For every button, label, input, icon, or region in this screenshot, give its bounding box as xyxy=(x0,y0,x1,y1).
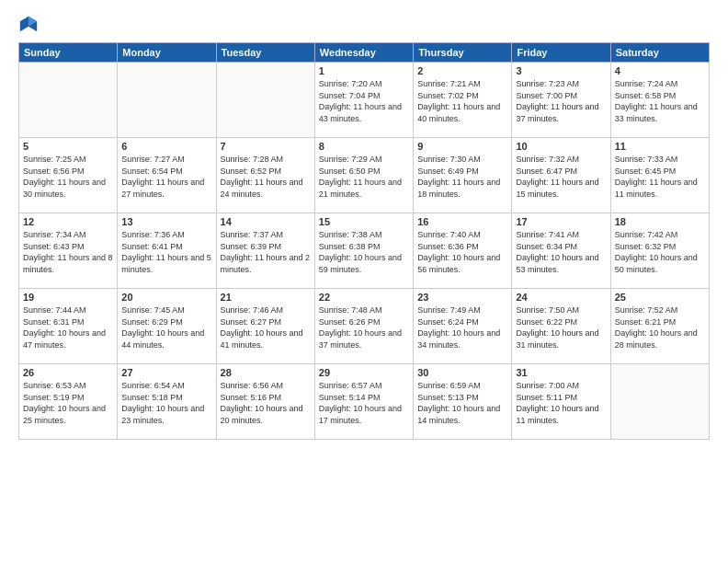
weekday-header-thursday: Thursday xyxy=(414,43,512,63)
day-info: Sunrise: 7:36 AM Sunset: 6:41 PM Dayligh… xyxy=(121,229,211,275)
day-number: 5 xyxy=(23,141,113,152)
weekday-header-friday: Friday xyxy=(512,43,610,63)
weekday-header-monday: Monday xyxy=(118,43,216,63)
day-info: Sunrise: 7:30 AM Sunset: 6:49 PM Dayligh… xyxy=(417,154,507,200)
day-number: 30 xyxy=(417,367,507,378)
day-number: 13 xyxy=(121,216,211,227)
day-number: 24 xyxy=(516,292,606,303)
day-info: Sunrise: 7:23 AM Sunset: 7:00 PM Dayligh… xyxy=(516,78,606,124)
day-info: Sunrise: 7:42 AM Sunset: 6:32 PM Dayligh… xyxy=(615,229,705,275)
day-info: Sunrise: 7:37 AM Sunset: 6:39 PM Dayligh… xyxy=(221,229,311,275)
calendar-cell: 30Sunrise: 6:59 AM Sunset: 5:13 PM Dayli… xyxy=(414,364,512,440)
day-number: 28 xyxy=(221,367,311,378)
day-info: Sunrise: 7:24 AM Sunset: 6:58 PM Dayligh… xyxy=(615,78,705,124)
calendar-cell: 19Sunrise: 7:44 AM Sunset: 6:31 PM Dayli… xyxy=(19,289,118,364)
day-number: 15 xyxy=(319,216,409,227)
calendar-cell: 9Sunrise: 7:30 AM Sunset: 6:49 PM Daylig… xyxy=(414,138,512,213)
day-info: Sunrise: 6:53 AM Sunset: 5:19 PM Dayligh… xyxy=(23,380,113,426)
day-info: Sunrise: 7:00 AM Sunset: 5:11 PM Dayligh… xyxy=(516,380,606,426)
day-number: 7 xyxy=(221,141,311,152)
day-number: 27 xyxy=(121,367,211,378)
day-number: 6 xyxy=(121,141,211,152)
weekday-header-tuesday: Tuesday xyxy=(216,43,314,63)
day-number: 25 xyxy=(615,292,705,303)
day-info: Sunrise: 7:46 AM Sunset: 6:27 PM Dayligh… xyxy=(221,304,311,350)
calendar-table: SundayMondayTuesdayWednesdayThursdayFrid… xyxy=(18,42,710,440)
day-number: 21 xyxy=(221,292,311,303)
day-info: Sunrise: 7:33 AM Sunset: 6:45 PM Dayligh… xyxy=(615,154,705,200)
calendar-week-1: 1Sunrise: 7:20 AM Sunset: 7:04 PM Daylig… xyxy=(19,63,710,138)
day-number: 4 xyxy=(615,65,705,76)
calendar-cell xyxy=(216,63,314,138)
calendar-cell: 15Sunrise: 7:38 AM Sunset: 6:38 PM Dayli… xyxy=(314,213,413,289)
calendar-cell: 2Sunrise: 7:21 AM Sunset: 7:02 PM Daylig… xyxy=(414,63,512,138)
calendar-cell: 22Sunrise: 7:48 AM Sunset: 6:26 PM Dayli… xyxy=(314,289,413,364)
day-info: Sunrise: 6:56 AM Sunset: 5:16 PM Dayligh… xyxy=(221,380,311,426)
calendar-cell: 24Sunrise: 7:50 AM Sunset: 6:22 PM Dayli… xyxy=(512,289,610,364)
day-info: Sunrise: 6:59 AM Sunset: 5:13 PM Dayligh… xyxy=(417,380,507,426)
day-number: 1 xyxy=(319,65,409,76)
calendar-cell xyxy=(118,63,216,138)
day-number: 19 xyxy=(23,292,113,303)
calendar-cell: 31Sunrise: 7:00 AM Sunset: 5:11 PM Dayli… xyxy=(512,364,610,440)
calendar-cell: 16Sunrise: 7:40 AM Sunset: 6:36 PM Dayli… xyxy=(414,213,512,289)
day-info: Sunrise: 7:40 AM Sunset: 6:36 PM Dayligh… xyxy=(417,229,507,275)
day-info: Sunrise: 6:54 AM Sunset: 5:18 PM Dayligh… xyxy=(121,380,211,426)
calendar-cell: 20Sunrise: 7:45 AM Sunset: 6:29 PM Dayli… xyxy=(118,289,216,364)
day-info: Sunrise: 7:21 AM Sunset: 7:02 PM Dayligh… xyxy=(417,78,507,124)
calendar-cell: 13Sunrise: 7:36 AM Sunset: 6:41 PM Dayli… xyxy=(118,213,216,289)
day-number: 3 xyxy=(516,65,606,76)
day-info: Sunrise: 7:27 AM Sunset: 6:54 PM Dayligh… xyxy=(121,154,211,200)
calendar-cell: 27Sunrise: 6:54 AM Sunset: 5:18 PM Dayli… xyxy=(118,364,216,440)
calendar-cell: 14Sunrise: 7:37 AM Sunset: 6:39 PM Dayli… xyxy=(216,213,314,289)
day-number: 31 xyxy=(516,367,606,378)
calendar-cell: 5Sunrise: 7:25 AM Sunset: 6:56 PM Daylig… xyxy=(19,138,118,213)
day-info: Sunrise: 7:44 AM Sunset: 6:31 PM Dayligh… xyxy=(23,304,113,350)
day-info: Sunrise: 7:28 AM Sunset: 6:52 PM Dayligh… xyxy=(221,154,311,200)
day-number: 8 xyxy=(319,141,409,152)
day-number: 18 xyxy=(615,216,705,227)
calendar-cell: 25Sunrise: 7:52 AM Sunset: 6:21 PM Dayli… xyxy=(610,289,709,364)
day-info: Sunrise: 7:52 AM Sunset: 6:21 PM Dayligh… xyxy=(615,304,705,350)
calendar-cell: 7Sunrise: 7:28 AM Sunset: 6:52 PM Daylig… xyxy=(216,138,314,213)
weekday-header-wednesday: Wednesday xyxy=(314,43,413,63)
day-info: Sunrise: 7:49 AM Sunset: 6:24 PM Dayligh… xyxy=(417,304,507,350)
day-info: Sunrise: 7:25 AM Sunset: 6:56 PM Dayligh… xyxy=(23,154,113,200)
calendar-week-4: 19Sunrise: 7:44 AM Sunset: 6:31 PM Dayli… xyxy=(19,289,710,364)
day-info: Sunrise: 7:34 AM Sunset: 6:43 PM Dayligh… xyxy=(23,229,113,275)
day-number: 9 xyxy=(417,141,507,152)
day-info: Sunrise: 7:48 AM Sunset: 6:26 PM Dayligh… xyxy=(319,304,409,350)
day-number: 14 xyxy=(221,216,311,227)
calendar-cell xyxy=(19,63,118,138)
calendar-cell: 11Sunrise: 7:33 AM Sunset: 6:45 PM Dayli… xyxy=(610,138,709,213)
day-number: 12 xyxy=(23,216,113,227)
calendar-cell: 29Sunrise: 6:57 AM Sunset: 5:14 PM Dayli… xyxy=(314,364,413,440)
day-info: Sunrise: 7:38 AM Sunset: 6:38 PM Dayligh… xyxy=(319,229,409,275)
generalblue-logo-icon xyxy=(18,15,39,35)
calendar-cell: 28Sunrise: 6:56 AM Sunset: 5:16 PM Dayli… xyxy=(216,364,314,440)
day-number: 10 xyxy=(516,141,606,152)
calendar-week-5: 26Sunrise: 6:53 AM Sunset: 5:19 PM Dayli… xyxy=(19,364,710,440)
calendar-cell: 12Sunrise: 7:34 AM Sunset: 6:43 PM Dayli… xyxy=(19,213,118,289)
calendar-cell: 6Sunrise: 7:27 AM Sunset: 6:54 PM Daylig… xyxy=(118,138,216,213)
weekday-header-sunday: Sunday xyxy=(19,43,118,63)
day-number: 22 xyxy=(319,292,409,303)
calendar-cell xyxy=(610,364,709,440)
calendar-week-3: 12Sunrise: 7:34 AM Sunset: 6:43 PM Dayli… xyxy=(19,213,710,289)
calendar-cell: 23Sunrise: 7:49 AM Sunset: 6:24 PM Dayli… xyxy=(414,289,512,364)
day-number: 11 xyxy=(615,141,705,152)
day-info: Sunrise: 7:20 AM Sunset: 7:04 PM Dayligh… xyxy=(319,78,409,124)
day-number: 17 xyxy=(516,216,606,227)
calendar-cell: 18Sunrise: 7:42 AM Sunset: 6:32 PM Dayli… xyxy=(610,213,709,289)
weekday-header-saturday: Saturday xyxy=(610,43,709,63)
day-number: 23 xyxy=(417,292,507,303)
day-info: Sunrise: 7:41 AM Sunset: 6:34 PM Dayligh… xyxy=(516,229,606,275)
day-info: Sunrise: 6:57 AM Sunset: 5:14 PM Dayligh… xyxy=(319,380,409,426)
day-number: 26 xyxy=(23,367,113,378)
calendar-cell: 3Sunrise: 7:23 AM Sunset: 7:00 PM Daylig… xyxy=(512,63,610,138)
day-info: Sunrise: 7:32 AM Sunset: 6:47 PM Dayligh… xyxy=(516,154,606,200)
calendar-cell: 10Sunrise: 7:32 AM Sunset: 6:47 PM Dayli… xyxy=(512,138,610,213)
calendar-cell: 17Sunrise: 7:41 AM Sunset: 6:34 PM Dayli… xyxy=(512,213,610,289)
page: SundayMondayTuesdayWednesdayThursdayFrid… xyxy=(0,0,728,563)
calendar-cell: 8Sunrise: 7:29 AM Sunset: 6:50 PM Daylig… xyxy=(314,138,413,213)
